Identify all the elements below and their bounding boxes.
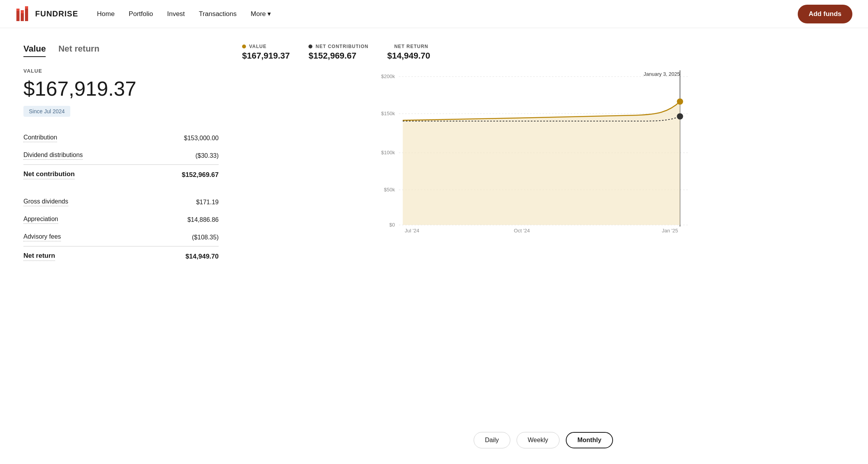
- legend-label: NET RETURN: [394, 44, 428, 49]
- right-panel: VALUE $167,919.37 NET CONTRIBUTION $152,…: [242, 44, 845, 448]
- table-row-label: Contribution: [23, 129, 144, 147]
- value-label: VALUE: [23, 68, 219, 74]
- chart-container: $200k $150k $100k $50k $0 January 3, 202…: [242, 70, 845, 423]
- svg-rect-3: [21, 10, 24, 13]
- row-label: Contribution: [23, 134, 57, 142]
- svg-text:Jan '25: Jan '25: [662, 228, 678, 234]
- tab-value[interactable]: Value: [23, 44, 46, 57]
- svg-text:Oct '24: Oct '24: [514, 228, 530, 234]
- time-button-daily[interactable]: Daily: [474, 432, 510, 448]
- legend-item: NET RETURN $14,949.70: [387, 44, 430, 61]
- logo-text: FUNDRISE: [35, 9, 78, 18]
- svg-point-19: [677, 113, 683, 120]
- svg-text:$0: $0: [389, 222, 395, 228]
- svg-rect-2: [21, 12, 24, 21]
- svg-text:January 3, 2025: January 3, 2025: [643, 71, 680, 77]
- table-row-value: ($30.33): [144, 147, 219, 165]
- svg-point-18: [677, 98, 683, 105]
- time-buttons: DailyWeeklyMonthly: [242, 432, 845, 448]
- table-row-value: $14,886.86: [144, 211, 219, 228]
- legend-value: $152,969.67: [308, 51, 368, 61]
- logo-icon: [16, 6, 31, 22]
- legend-label: VALUE: [249, 44, 267, 49]
- legend-label: NET CONTRIBUTION: [315, 44, 368, 49]
- row-label: Appreciation: [23, 216, 58, 224]
- table-row-label: Net return: [23, 246, 144, 266]
- table-row-label: Dividend distributions: [23, 147, 144, 165]
- left-panel: Value Net return VALUE $167,919.37 Since…: [23, 44, 242, 448]
- main-content: Value Net return VALUE $167,919.37 Since…: [0, 28, 868, 464]
- nav-home[interactable]: Home: [97, 10, 114, 18]
- legend-value: $14,949.70: [387, 51, 430, 61]
- add-funds-button[interactable]: Add funds: [798, 5, 852, 23]
- nav-left: FUNDRISE Home Portfolio Invest Transacti…: [16, 6, 271, 22]
- legend-dot: [308, 45, 312, 48]
- logo: FUNDRISE: [16, 6, 78, 22]
- big-value: $167,919.37: [23, 77, 219, 100]
- svg-rect-0: [16, 10, 20, 21]
- row-label: Gross dividends: [23, 198, 68, 206]
- legend-dot: [242, 45, 246, 48]
- table-row-value: $153,000.00: [144, 129, 219, 147]
- navbar: FUNDRISE Home Portfolio Invest Transacti…: [0, 0, 868, 28]
- chart-svg: $200k $150k $100k $50k $0 January 3, 202…: [242, 70, 845, 234]
- legend: VALUE $167,919.37 NET CONTRIBUTION $152,…: [242, 44, 845, 61]
- row-label: Advisory fees: [23, 233, 61, 241]
- row-label: Dividend distributions: [23, 152, 83, 160]
- row-label: Net contribution: [23, 170, 75, 179]
- table-row-value: $171.19: [144, 193, 219, 211]
- legend-dot-row: NET RETURN: [387, 44, 430, 49]
- nav-links: Home Portfolio Invest Transactions More …: [97, 10, 271, 18]
- nav-transactions[interactable]: Transactions: [199, 10, 237, 18]
- svg-rect-1: [16, 9, 20, 11]
- nav-more[interactable]: More ▾: [251, 10, 271, 18]
- svg-text:$50k: $50k: [384, 187, 395, 193]
- table-row-value: $14,949.70: [144, 246, 219, 266]
- date-badge: Since Jul 2024: [23, 106, 70, 117]
- tabs: Value Net return: [23, 44, 219, 57]
- table-row-value: $152,969.67: [144, 165, 219, 184]
- nav-portfolio[interactable]: Portfolio: [129, 10, 153, 18]
- legend-dot-row: NET CONTRIBUTION: [308, 44, 368, 49]
- time-button-weekly[interactable]: Weekly: [517, 432, 560, 448]
- legend-dot-row: VALUE: [242, 44, 290, 49]
- table-row-label: Advisory fees: [23, 228, 144, 246]
- tab-net-return[interactable]: Net return: [58, 44, 99, 57]
- svg-text:$200k: $200k: [381, 73, 395, 79]
- stats-table: Contribution$153,000.00Dividend distribu…: [23, 129, 219, 266]
- svg-text:Jul '24: Jul '24: [405, 228, 419, 234]
- chevron-down-icon: ▾: [267, 10, 271, 18]
- svg-text:$100k: $100k: [381, 150, 395, 155]
- legend-item: VALUE $167,919.37: [242, 44, 290, 61]
- table-row-label: Net contribution: [23, 165, 144, 184]
- time-button-monthly[interactable]: Monthly: [566, 432, 613, 448]
- legend-value: $167,919.37: [242, 51, 290, 61]
- svg-rect-5: [25, 6, 28, 9]
- legend-item: NET CONTRIBUTION $152,969.67: [308, 44, 368, 61]
- row-label: Net return: [23, 252, 55, 261]
- table-row-value: ($108.35): [144, 228, 219, 246]
- svg-rect-4: [25, 8, 28, 21]
- table-row-label: Gross dividends: [23, 193, 144, 211]
- table-row-label: Appreciation: [23, 211, 144, 228]
- nav-invest[interactable]: Invest: [167, 10, 185, 18]
- svg-text:$150k: $150k: [381, 111, 395, 116]
